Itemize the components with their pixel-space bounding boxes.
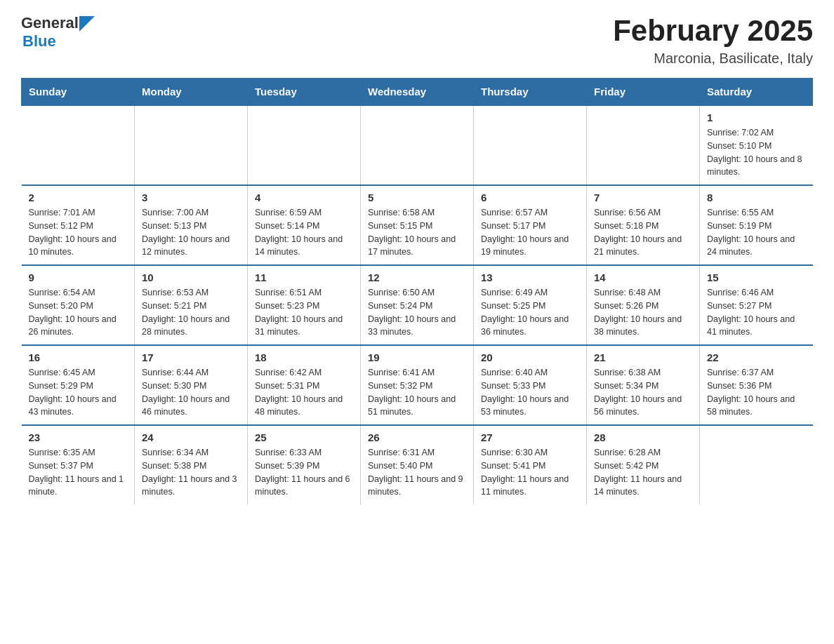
calendar-week-4: 16Sunrise: 6:45 AM Sunset: 5:29 PM Dayli… — [22, 345, 813, 425]
day-info: Sunrise: 6:56 AM Sunset: 5:18 PM Dayligh… — [594, 206, 692, 259]
calendar-cell: 15Sunrise: 6:46 AM Sunset: 5:27 PM Dayli… — [700, 265, 813, 345]
day-number: 11 — [255, 271, 353, 283]
calendar-cell — [248, 105, 361, 185]
calendar-table: SundayMondayTuesdayWednesdayThursdayFrid… — [21, 78, 813, 504]
page-subtitle: Marconia, Basilicate, Italy — [613, 51, 813, 67]
calendar-cell — [474, 105, 587, 185]
logo-general-text: General — [21, 14, 79, 32]
day-info: Sunrise: 6:46 AM Sunset: 5:27 PM Dayligh… — [707, 286, 806, 339]
day-info: Sunrise: 6:31 AM Sunset: 5:40 PM Dayligh… — [368, 446, 466, 499]
day-info: Sunrise: 6:33 AM Sunset: 5:39 PM Dayligh… — [255, 446, 353, 499]
calendar-cell: 6Sunrise: 6:57 AM Sunset: 5:17 PM Daylig… — [474, 185, 587, 265]
weekday-row: SundayMondayTuesdayWednesdayThursdayFrid… — [22, 79, 813, 106]
day-number: 22 — [707, 351, 806, 363]
day-number: 27 — [481, 431, 579, 443]
day-number: 14 — [594, 271, 692, 283]
calendar-cell — [587, 105, 700, 185]
calendar-cell: 20Sunrise: 6:40 AM Sunset: 5:33 PM Dayli… — [474, 345, 587, 425]
day-number: 10 — [142, 271, 240, 283]
day-info: Sunrise: 6:50 AM Sunset: 5:24 PM Dayligh… — [368, 286, 466, 339]
day-number: 2 — [29, 192, 128, 203]
day-info: Sunrise: 7:02 AM Sunset: 5:10 PM Dayligh… — [707, 126, 806, 179]
day-number: 4 — [255, 192, 353, 203]
calendar-cell: 2Sunrise: 7:01 AM Sunset: 5:12 PM Daylig… — [22, 185, 135, 265]
day-number: 12 — [368, 271, 466, 283]
day-number: 20 — [481, 351, 579, 363]
day-number: 3 — [142, 192, 240, 203]
calendar-cell — [135, 105, 248, 185]
day-number: 18 — [255, 351, 353, 363]
day-number: 23 — [29, 431, 128, 443]
calendar-cell: 16Sunrise: 6:45 AM Sunset: 5:29 PM Dayli… — [22, 345, 135, 425]
calendar-cell: 26Sunrise: 6:31 AM Sunset: 5:40 PM Dayli… — [361, 425, 474, 504]
calendar-cell: 23Sunrise: 6:35 AM Sunset: 5:37 PM Dayli… — [22, 425, 135, 504]
day-number: 13 — [481, 271, 579, 283]
weekday-header-saturday: Saturday — [700, 79, 813, 106]
day-info: Sunrise: 7:01 AM Sunset: 5:12 PM Dayligh… — [29, 206, 128, 259]
day-number: 6 — [481, 192, 579, 203]
calendar-cell: 21Sunrise: 6:38 AM Sunset: 5:34 PM Dayli… — [587, 345, 700, 425]
day-number: 8 — [707, 192, 806, 203]
weekday-header-wednesday: Wednesday — [361, 79, 474, 106]
calendar-cell: 11Sunrise: 6:51 AM Sunset: 5:23 PM Dayli… — [248, 265, 361, 345]
day-number: 25 — [255, 431, 353, 443]
day-number: 21 — [594, 351, 692, 363]
calendar-cell: 14Sunrise: 6:48 AM Sunset: 5:26 PM Dayli… — [587, 265, 700, 345]
day-number: 5 — [368, 192, 466, 203]
day-number: 28 — [594, 431, 692, 443]
day-number: 26 — [368, 431, 466, 443]
day-info: Sunrise: 6:59 AM Sunset: 5:14 PM Dayligh… — [255, 206, 353, 259]
calendar-cell: 9Sunrise: 6:54 AM Sunset: 5:20 PM Daylig… — [22, 265, 135, 345]
calendar-cell: 3Sunrise: 7:00 AM Sunset: 5:13 PM Daylig… — [135, 185, 248, 265]
calendar-cell: 19Sunrise: 6:41 AM Sunset: 5:32 PM Dayli… — [361, 345, 474, 425]
logo-blue-text: Blue — [22, 32, 56, 50]
calendar-cell: 7Sunrise: 6:56 AM Sunset: 5:18 PM Daylig… — [587, 185, 700, 265]
calendar-cell: 10Sunrise: 6:53 AM Sunset: 5:21 PM Dayli… — [135, 265, 248, 345]
calendar-cell — [22, 105, 135, 185]
weekday-header-sunday: Sunday — [22, 79, 135, 106]
day-number: 7 — [594, 192, 692, 203]
day-info: Sunrise: 6:54 AM Sunset: 5:20 PM Dayligh… — [29, 286, 128, 339]
calendar-week-2: 2Sunrise: 7:01 AM Sunset: 5:12 PM Daylig… — [22, 185, 813, 265]
day-info: Sunrise: 6:35 AM Sunset: 5:37 PM Dayligh… — [29, 446, 128, 499]
day-info: Sunrise: 6:44 AM Sunset: 5:30 PM Dayligh… — [142, 366, 240, 419]
calendar-cell: 8Sunrise: 6:55 AM Sunset: 5:19 PM Daylig… — [700, 185, 813, 265]
day-info: Sunrise: 6:49 AM Sunset: 5:25 PM Dayligh… — [481, 286, 579, 339]
day-number: 17 — [142, 351, 240, 363]
calendar-cell — [700, 425, 813, 504]
calendar-cell: 12Sunrise: 6:50 AM Sunset: 5:24 PM Dayli… — [361, 265, 474, 345]
calendar-cell: 28Sunrise: 6:28 AM Sunset: 5:42 PM Dayli… — [587, 425, 700, 504]
day-info: Sunrise: 7:00 AM Sunset: 5:13 PM Dayligh… — [142, 206, 240, 259]
calendar-cell: 22Sunrise: 6:37 AM Sunset: 5:36 PM Dayli… — [700, 345, 813, 425]
calendar-cell: 24Sunrise: 6:34 AM Sunset: 5:38 PM Dayli… — [135, 425, 248, 504]
day-info: Sunrise: 6:38 AM Sunset: 5:34 PM Dayligh… — [594, 366, 692, 419]
weekday-header-thursday: Thursday — [474, 79, 587, 106]
calendar-week-5: 23Sunrise: 6:35 AM Sunset: 5:37 PM Dayli… — [22, 425, 813, 504]
weekday-header-monday: Monday — [135, 79, 248, 106]
calendar-cell: 4Sunrise: 6:59 AM Sunset: 5:14 PM Daylig… — [248, 185, 361, 265]
calendar-cell: 18Sunrise: 6:42 AM Sunset: 5:31 PM Dayli… — [248, 345, 361, 425]
calendar-cell — [361, 105, 474, 185]
page-title: February 2025 — [613, 14, 813, 48]
day-info: Sunrise: 6:40 AM Sunset: 5:33 PM Dayligh… — [481, 366, 579, 419]
day-info: Sunrise: 6:41 AM Sunset: 5:32 PM Dayligh… — [368, 366, 466, 419]
calendar-header: SundayMondayTuesdayWednesdayThursdayFrid… — [22, 79, 813, 106]
calendar-cell: 27Sunrise: 6:30 AM Sunset: 5:41 PM Dayli… — [474, 425, 587, 504]
page-header: General Blue February 2025 Marconia, Bas… — [21, 14, 813, 67]
day-number: 24 — [142, 431, 240, 443]
day-info: Sunrise: 6:28 AM Sunset: 5:42 PM Dayligh… — [594, 446, 692, 499]
day-info: Sunrise: 6:58 AM Sunset: 5:15 PM Dayligh… — [368, 206, 466, 259]
weekday-header-friday: Friday — [587, 79, 700, 106]
day-number: 16 — [29, 351, 128, 363]
calendar-week-1: 1Sunrise: 7:02 AM Sunset: 5:10 PM Daylig… — [22, 105, 813, 185]
day-info: Sunrise: 6:55 AM Sunset: 5:19 PM Dayligh… — [707, 206, 806, 259]
day-number: 1 — [707, 112, 806, 123]
day-info: Sunrise: 6:42 AM Sunset: 5:31 PM Dayligh… — [255, 366, 353, 419]
title-section: February 2025 Marconia, Basilicate, Ital… — [613, 14, 813, 67]
weekday-header-tuesday: Tuesday — [248, 79, 361, 106]
day-info: Sunrise: 6:34 AM Sunset: 5:38 PM Dayligh… — [142, 446, 240, 499]
calendar-cell: 5Sunrise: 6:58 AM Sunset: 5:15 PM Daylig… — [361, 185, 474, 265]
day-info: Sunrise: 6:57 AM Sunset: 5:17 PM Dayligh… — [481, 206, 579, 259]
day-info: Sunrise: 6:37 AM Sunset: 5:36 PM Dayligh… — [707, 366, 806, 419]
calendar-cell: 1Sunrise: 7:02 AM Sunset: 5:10 PM Daylig… — [700, 105, 813, 185]
